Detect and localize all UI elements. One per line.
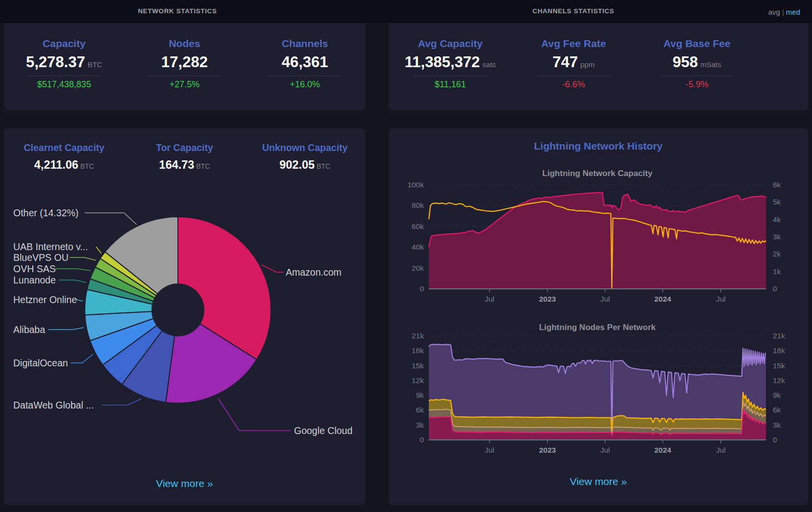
unknown-capacity: Unknown Capacity 902.05BTC [245,142,365,172]
stat-label: Avg Base Fee [635,38,759,50]
tor-capacity: Tor Capacity 164.73BTC [124,142,245,172]
label-leader-ovh [55,269,91,271]
divider [148,76,221,76]
history-view-more-link[interactable]: View more » [570,476,627,487]
stat-subvalue: -6.6% [512,79,636,90]
x-axis-label: 2024 [654,446,671,454]
label-leader-digitalocean [71,354,93,363]
avg-med-toggle[interactable]: avg|med [768,8,800,16]
history-title: Lightning Network History [534,140,663,152]
y-axis-label-left: 3k [416,421,424,429]
med-option[interactable]: med [786,8,800,16]
label-leader-alibaba [48,328,84,330]
y-axis-label-right: 2k [773,250,781,258]
lightning-dashboard: NETWORK STATISTICS CHANNELS STATISTICS a… [0,0,812,512]
y-axis-label-left: 12k [412,376,424,384]
avg-option[interactable]: avg [768,8,780,16]
pie-label-dataweb: DataWeb Global ... [13,400,94,410]
stat-label: Capacity [4,38,124,50]
stat-avg-capacity: Avg Capacity 11,385,372sats $11,161 [389,38,512,90]
nodes-history-chart[interactable]: Lightning Nodes Per Network 03k6k9k12k15… [389,322,808,460]
network-statistics-header: NETWORK STATISTICS [138,7,217,15]
stat-subvalue: $517,438,835 [4,79,124,90]
label-leader-google [218,398,291,431]
x-axis-label: 2023 [539,295,556,303]
x-axis-label: Jul [716,295,726,303]
pie-label-alibaba: Alibaba [13,324,45,335]
y-axis-label-right: 18k [773,346,785,355]
y-axis-label-right: 3k [773,421,781,429]
section-header-strip: NETWORK STATISTICS CHANNELS STATISTICS a… [0,0,812,23]
y-axis-label-right: 21k [773,332,785,340]
toggle-separator: | [782,8,784,16]
cap-value: 4,211.06 [34,158,78,171]
pie-label-other: Other (14.32%) [13,207,78,218]
y-axis-label-left: 20k [412,264,424,272]
cap-value: 902.05 [279,158,315,171]
pie-label-ovh: OVH SAS [13,263,56,274]
y-axis-label-right: 1k [773,267,781,276]
label-leader-lunanode [59,280,86,282]
isp-view-more-link[interactable]: View more » [156,478,213,489]
stat-channels: Channels 46,361 +16.0% [245,38,365,90]
isp-donut-chart[interactable]: Other (14.32%) UAB Interneto v... BlueVP… [4,196,365,490]
clearnet-capacity: Clearnet Capacity 4,211.06BTC [4,142,124,172]
label-leader-uab [96,247,101,254]
y-axis-label-left: 15k [412,361,424,370]
y-axis-label-left: 0 [419,435,424,444]
label-leader-hetzner [76,300,83,301]
y-axis-label-right: 0 [773,435,777,444]
cap-label: Tor Capacity [124,142,245,154]
cap-label: Clearnet Capacity [4,142,124,154]
y-axis-label-left: 6k [416,406,424,414]
pie-label-uab: UAB Interneto v... [13,241,88,252]
stat-unit: mSats [700,60,721,69]
history-panel: Lightning Network History Lightning Netw… [389,128,808,505]
stat-label: Nodes [124,38,245,50]
stat-avg-fee-rate: Avg Fee Rate 747ppm -6.6% [512,38,636,90]
y-axis-label-right: 15k [773,361,785,370]
label-leader-dataweb [102,399,141,405]
y-axis-label-left: 9k [416,391,424,399]
label-leader-amazon [262,265,283,272]
cap-label: Unknown Capacity [245,142,365,154]
label-leader-bluevps [70,257,96,260]
y-axis-label-right: 5k [773,198,781,206]
y-axis-label-left: 0 [419,284,424,293]
series-area-pink-area [429,193,766,289]
divider [27,76,101,76]
y-axis-label-left: 21k [412,332,424,340]
capacity-history-chart[interactable]: Lightning Network Capacity 020k40k60k80k… [389,165,808,310]
pie-label-digitalocean: DigitalOcean [13,358,68,368]
chart1-subtitle: Lightning Network Capacity [542,169,653,178]
y-axis-label-right: 0 [773,284,777,293]
stat-unit: BTC [88,60,102,69]
stat-label: Avg Fee Rate [512,38,636,50]
y-axis-label-left: 60k [412,222,424,230]
pie-label-google: Google Cloud [294,425,352,436]
stat-label: Channels [245,38,365,50]
y-axis-label-right: 4k [773,215,781,224]
stat-avg-base-fee: Avg Base Fee 958mSats -5.9% [635,38,759,90]
cap-value: 164.73 [159,158,195,171]
channels-statistics-panel: Avg Capacity 11,385,372sats $11,161 Avg … [389,23,808,110]
stat-value: 46,361 [282,53,328,71]
stat-nodes: Nodes 17,282 +27.5% [124,38,245,90]
y-axis-label-left: 80k [412,201,424,209]
y-axis-label-left: 100k [407,180,424,189]
stat-label: Avg Capacity [389,38,512,50]
x-axis-label: Jul [600,295,610,303]
y-axis-label-right: 3k [773,232,781,241]
stat-subvalue: $11,161 [389,79,512,90]
x-axis-label: 2024 [654,295,671,303]
x-axis-label: Jul [716,446,726,454]
stat-unit: sats [482,60,496,69]
pie-label-bluevps: BlueVPS OU [13,252,69,263]
stat-value: 5,278.37 [26,53,85,71]
stat-unit: ppm [580,60,594,69]
divider [537,76,611,76]
channels-statistics-header: CHANNELS STATISTICS [533,7,615,15]
stat-subvalue: +27.5% [124,79,245,90]
y-axis-label-right: 6k [773,406,781,414]
isp-capacity-panel: Clearnet Capacity 4,211.06BTC Tor Capaci… [4,128,365,505]
